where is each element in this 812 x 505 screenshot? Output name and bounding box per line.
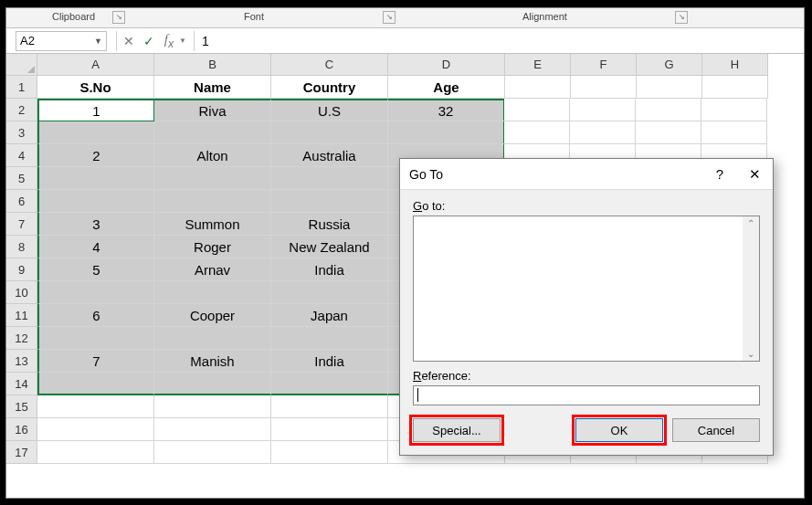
cell[interactable] bbox=[154, 395, 271, 418]
cell[interactable] bbox=[637, 76, 702, 99]
cell[interactable] bbox=[154, 167, 271, 190]
column-header[interactable]: F bbox=[571, 54, 637, 76]
cell[interactable] bbox=[154, 281, 271, 304]
cell[interactable]: Alton bbox=[154, 144, 271, 167]
cell[interactable]: Roger bbox=[154, 236, 271, 258]
enter-formula-icon[interactable]: ✓ bbox=[139, 34, 159, 48]
ok-button[interactable]: OK bbox=[575, 418, 663, 442]
cell[interactable]: Age bbox=[388, 76, 505, 99]
cell[interactable] bbox=[271, 121, 388, 144]
fx-dropdown-icon[interactable]: ▼ bbox=[179, 37, 186, 45]
cell[interactable] bbox=[636, 99, 701, 121]
ribbon-launcher-alignment[interactable]: ↘ bbox=[675, 11, 688, 24]
cell[interactable] bbox=[636, 121, 701, 144]
row-header[interactable]: 12 bbox=[6, 327, 37, 350]
ribbon-launcher-font[interactable]: ↘ bbox=[383, 11, 395, 24]
cell[interactable]: India bbox=[271, 258, 388, 281]
cell[interactable]: Cooper bbox=[154, 304, 271, 327]
row-header[interactable]: 14 bbox=[6, 373, 37, 395]
cell[interactable] bbox=[37, 418, 154, 441]
cell[interactable]: Arnav bbox=[154, 258, 271, 281]
cell[interactable]: 32 bbox=[388, 99, 505, 121]
scroll-down-icon[interactable]: ⌄ bbox=[747, 349, 754, 359]
close-icon[interactable]: ✕ bbox=[745, 166, 764, 183]
cell[interactable]: 7 bbox=[37, 350, 154, 373]
select-all-corner[interactable] bbox=[6, 54, 37, 76]
help-icon[interactable]: ? bbox=[711, 166, 729, 182]
cell[interactable] bbox=[154, 190, 271, 213]
row-header[interactable]: 6 bbox=[6, 190, 37, 213]
column-header[interactable]: D bbox=[388, 54, 505, 76]
cell[interactable] bbox=[154, 121, 271, 144]
cell[interactable] bbox=[701, 99, 767, 121]
cell[interactable]: 3 bbox=[37, 213, 154, 236]
cell[interactable] bbox=[504, 99, 570, 121]
row-header[interactable]: 16 bbox=[6, 418, 37, 441]
cancel-button[interactable]: Cancel bbox=[672, 418, 760, 442]
cell[interactable]: Riva bbox=[154, 99, 271, 121]
cell[interactable]: Name bbox=[154, 76, 271, 99]
row-header[interactable]: 15 bbox=[6, 395, 37, 418]
cell[interactable] bbox=[271, 281, 388, 304]
column-header[interactable]: B bbox=[154, 54, 271, 76]
cell[interactable] bbox=[271, 190, 388, 213]
ribbon-launcher-clipboard[interactable]: ↘ bbox=[112, 11, 125, 24]
row-header[interactable]: 2 bbox=[6, 99, 37, 121]
row-header[interactable]: 13 bbox=[6, 350, 37, 373]
cell[interactable] bbox=[505, 76, 571, 99]
row-header[interactable]: 8 bbox=[6, 236, 37, 258]
chevron-down-icon[interactable]: ▼ bbox=[94, 37, 102, 46]
formula-input[interactable] bbox=[196, 31, 804, 51]
cell[interactable]: S.No bbox=[37, 76, 154, 99]
cell[interactable]: 1 bbox=[37, 99, 154, 121]
cell[interactable] bbox=[154, 373, 271, 395]
cell[interactable] bbox=[154, 441, 271, 464]
special-button[interactable]: Special... bbox=[413, 418, 501, 442]
cell[interactable]: Russia bbox=[271, 213, 388, 236]
cell[interactable] bbox=[37, 441, 154, 464]
cell[interactable]: Manish bbox=[154, 350, 271, 373]
cell[interactable] bbox=[37, 327, 154, 350]
cell[interactable] bbox=[271, 441, 388, 464]
cell[interactable]: 2 bbox=[37, 144, 154, 167]
cell[interactable] bbox=[154, 327, 271, 350]
cell[interactable] bbox=[37, 281, 154, 304]
dialog-titlebar[interactable]: Go To ? ✕ bbox=[400, 159, 773, 190]
scroll-up-icon[interactable]: ⌃ bbox=[747, 218, 754, 228]
cell[interactable] bbox=[701, 121, 767, 144]
cell[interactable] bbox=[37, 373, 154, 395]
goto-list[interactable]: ⌃ ⌄ bbox=[413, 216, 760, 362]
cell[interactable] bbox=[37, 121, 154, 144]
cell[interactable] bbox=[271, 327, 388, 350]
cell[interactable]: Country bbox=[271, 76, 388, 99]
cell[interactable]: New Zealand bbox=[271, 236, 388, 258]
row-header[interactable]: 7 bbox=[6, 213, 37, 236]
row-header[interactable]: 3 bbox=[6, 121, 37, 144]
row-header[interactable]: 1 bbox=[6, 76, 37, 99]
cell[interactable]: Japan bbox=[271, 304, 388, 327]
cell[interactable] bbox=[37, 167, 154, 190]
row-header[interactable]: 9 bbox=[6, 258, 37, 281]
cancel-formula-icon[interactable]: ✕ bbox=[119, 34, 139, 48]
name-box[interactable]: A2 ▼ bbox=[16, 31, 107, 51]
cell[interactable] bbox=[504, 121, 570, 144]
cell[interactable] bbox=[271, 373, 388, 395]
column-header[interactable]: A bbox=[37, 54, 154, 76]
row-header[interactable]: 17 bbox=[6, 441, 37, 464]
cell[interactable]: 4 bbox=[37, 236, 154, 258]
column-header[interactable]: E bbox=[505, 54, 571, 76]
column-header[interactable]: H bbox=[702, 54, 768, 76]
cell[interactable]: Summon bbox=[154, 213, 271, 236]
cell[interactable]: 6 bbox=[37, 304, 154, 327]
row-header[interactable]: 10 bbox=[6, 281, 37, 304]
cell[interactable] bbox=[154, 418, 271, 441]
column-header[interactable]: G bbox=[637, 54, 702, 76]
cell[interactable] bbox=[702, 76, 768, 99]
fx-icon[interactable]: fx bbox=[159, 32, 179, 50]
scrollbar[interactable]: ⌃ ⌄ bbox=[743, 216, 759, 361]
reference-input[interactable] bbox=[413, 385, 760, 405]
cell[interactable] bbox=[271, 167, 388, 190]
row-header[interactable]: 11 bbox=[6, 304, 37, 327]
cell[interactable]: U.S bbox=[271, 99, 388, 121]
row-header[interactable]: 5 bbox=[6, 167, 37, 190]
